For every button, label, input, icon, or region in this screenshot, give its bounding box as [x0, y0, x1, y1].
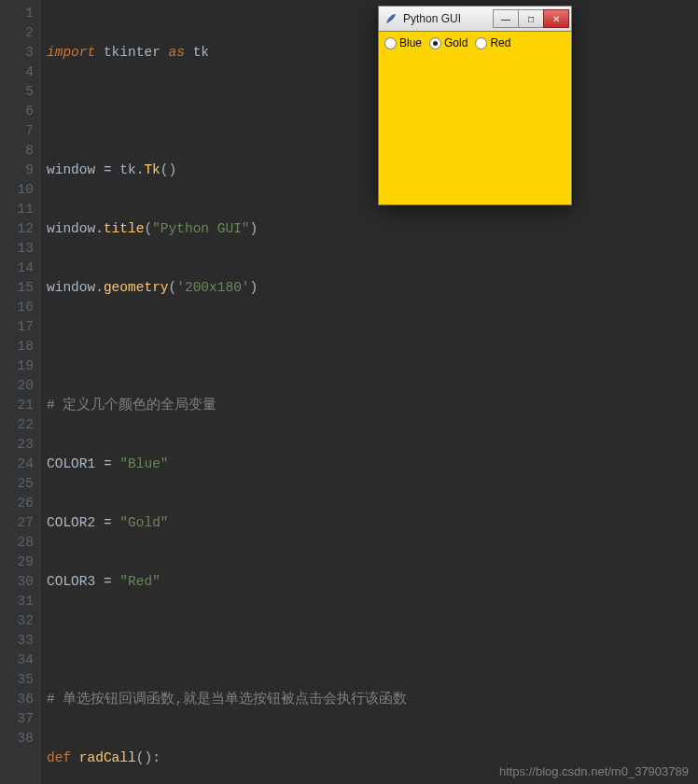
watermark: https://blog.csdn.net/m0_37903789	[499, 764, 689, 778]
radio-label: Blue	[399, 36, 422, 49]
radio-indicator-icon	[475, 37, 487, 49]
titlebar[interactable]: Python GUI — □ ✕	[378, 6, 572, 32]
line-number-gutter: 1234567891011121314151617181920212223242…	[0, 0, 41, 784]
tk-feather-icon	[384, 12, 398, 25]
keyword: import	[47, 45, 95, 60]
maximize-button[interactable]: □	[518, 9, 544, 28]
radio-red[interactable]: Red	[473, 35, 514, 50]
tk-window[interactable]: Python GUI — □ ✕ BlueGoldRed	[378, 6, 572, 205]
client-area: BlueGoldRed	[378, 32, 572, 205]
window-title: Python GUI	[403, 12, 488, 25]
radio-label: Red	[490, 36, 510, 49]
radio-blue[interactable]: Blue	[383, 35, 426, 50]
radio-indicator-icon	[429, 37, 441, 49]
minimize-button[interactable]: —	[493, 9, 519, 28]
radio-indicator-icon	[384, 37, 397, 49]
close-button[interactable]: ✕	[543, 9, 569, 28]
code-area[interactable]: import tkinter as tk window = tk.Tk() wi…	[41, 0, 698, 784]
radio-gold[interactable]: Gold	[427, 35, 471, 50]
radio-label: Gold	[444, 36, 468, 49]
code-editor[interactable]: 1234567891011121314151617181920212223242…	[0, 0, 698, 784]
